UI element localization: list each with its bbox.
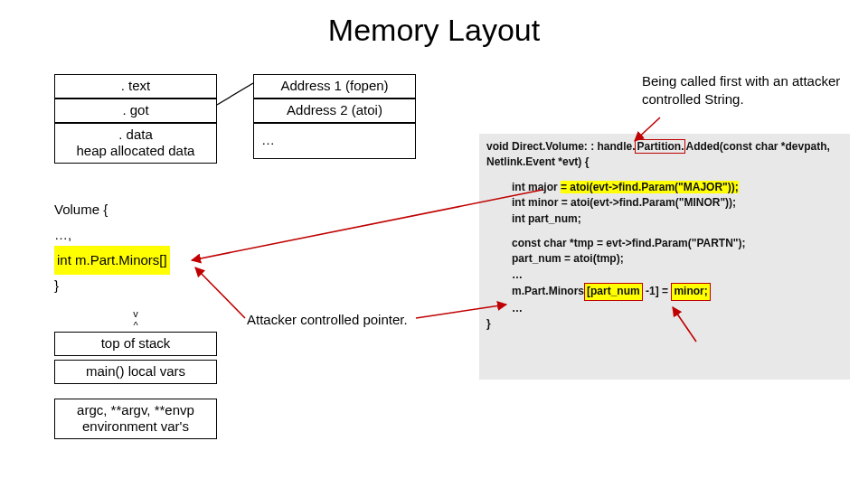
memory-column: . text . got . data heap allocated data [54, 74, 217, 164]
address-column: Address 1 (fopen) Address 2 (atoi) … [253, 74, 416, 159]
memory-column-lower: v ^ top of stack main() local vars argc,… [54, 308, 217, 439]
code-l11: } [486, 316, 843, 332]
mem-text-segment: . text [54, 74, 217, 99]
gap-down-arrow: v [54, 308, 217, 320]
mem-data-line2: heap allocated data [77, 143, 195, 158]
code-l10: … [486, 301, 843, 316]
code-l2: Netlink.Event *evt) { [486, 155, 843, 170]
mem-data-segment: . data heap allocated data [54, 123, 217, 164]
mem-top-of-stack: top of stack [54, 332, 217, 356]
code-snippet: void Direct.Volume: : handle.Partition.A… [479, 134, 850, 380]
code-partition-boxed: Partition. [635, 139, 685, 154]
mem-got-segment: . got [54, 99, 217, 123]
attacker-pointer-label: Attacker controlled pointer. [247, 312, 408, 327]
volume-minors-highlight: int m.Part.Minors[] [54, 246, 170, 276]
code-l8: … [486, 267, 843, 283]
gap-up-arrow: ^ [54, 320, 217, 332]
addr-dots: … [253, 123, 416, 159]
page-title: Memory Layout [0, 0, 868, 48]
code-l1c: Added(const char *devpath, [685, 140, 829, 153]
code-l5: int part_num; [486, 211, 843, 227]
code-l6: const char *tmp = evt->find.Param("PARTN… [486, 236, 843, 251]
volume-struct: Volume { …, int m.Part.Minors[] } [54, 197, 217, 298]
volume-dots: …, [54, 222, 217, 248]
code-l3a: int major [512, 181, 561, 193]
code-partnum-boxed: [part_num [584, 283, 643, 300]
mem-main-locals: main() local vars [54, 360, 217, 384]
svg-line-0 [217, 83, 253, 105]
callout-top: Being called first with an attacker cont… [642, 72, 841, 108]
code-l1a: void Direct.Volume: : handle. [486, 140, 635, 153]
mem-argc-line2: environment var's [82, 418, 189, 434]
volume-open: Volume { [54, 197, 217, 222]
code-l7: part_num = atoi(tmp); [486, 251, 843, 267]
code-minor-boxed: minor; [671, 283, 710, 300]
addr-1: Address 1 (fopen) [253, 74, 416, 99]
mem-argc-envp: argc, **argv, **envp environment var's [54, 399, 217, 440]
addr-2: Address 2 (atoi) [253, 99, 416, 123]
volume-minors-row: int m.Part.Minors[] [54, 248, 217, 273]
mem-argc-line1: argc, **argv, **envp [77, 402, 194, 418]
code-l9c: -1] = [643, 285, 672, 297]
code-major-atoi-hl: = atoi(evt->find.Param("MAJOR")); [561, 181, 739, 193]
code-l9a: m.Part.Minors [512, 285, 584, 297]
volume-close: } [54, 273, 217, 298]
code-l4: int minor = atoi(evt->find.Param("MINOR"… [486, 195, 843, 211]
mem-data-line1: . data [118, 127, 153, 142]
